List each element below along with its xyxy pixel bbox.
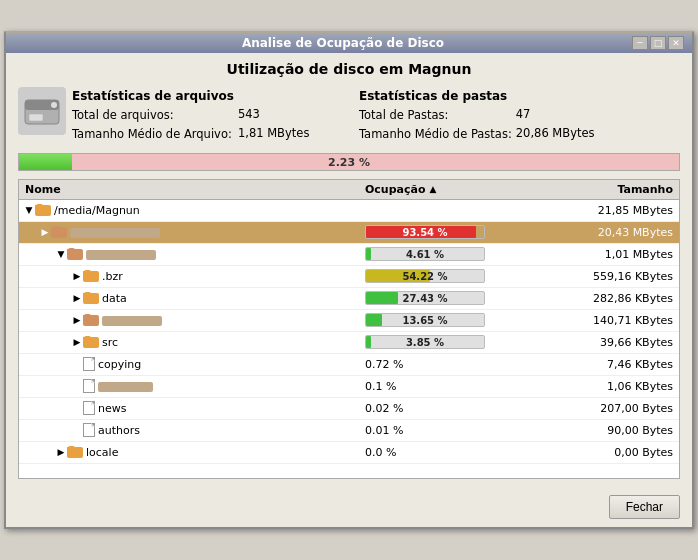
folder-icon [67, 248, 83, 260]
disk-usage-progress: 2.23 % [18, 153, 680, 171]
blurred-name [102, 316, 162, 326]
row-label [86, 248, 156, 261]
expand-icon[interactable]: ▼ [23, 205, 35, 215]
tree-row[interactable]: ▼4.61 %1,01 MBytes [19, 244, 679, 266]
stats-folders-total-value: 47 [516, 105, 595, 123]
cell-name: ▶ [19, 313, 359, 328]
stats-files-total-value: 543 [238, 105, 309, 123]
stats-folders-size-label: Tamanho Médio de Pastas: [359, 125, 512, 143]
footer: Fechar [6, 487, 692, 527]
col-header-name: Nome [19, 180, 359, 199]
cell-name: ▼/media/Magnun [19, 203, 359, 218]
stats-folders-size-value: 20,86 MBytes [516, 124, 595, 142]
cell-name: ▼ [19, 247, 359, 262]
minimize-button[interactable]: ─ [632, 36, 648, 50]
tree-row[interactable]: ▶data27.43 %282,86 KBytes [19, 288, 679, 310]
tree-row[interactable]: ▶13.65 %140,71 KBytes [19, 310, 679, 332]
cell-tamanho: 1,06 KBytes [539, 379, 679, 394]
cell-ocupacao: 54.22 % [359, 268, 539, 284]
cell-name: news [19, 400, 359, 416]
folder-icon [51, 226, 67, 238]
row-label [70, 226, 160, 239]
tree-row[interactable]: news0.02 %207,00 Bytes [19, 398, 679, 420]
window-controls: ─ □ ✕ [632, 36, 684, 50]
row-label: data [102, 292, 127, 305]
tree-row[interactable]: ▶src3.85 %39,66 KBytes [19, 332, 679, 354]
stats-files-size-label: Tamanho Médio de Arquivo: [72, 125, 234, 143]
expand-icon[interactable]: ▶ [39, 227, 51, 237]
usage-bar: 27.43 % [365, 291, 485, 305]
tree-row[interactable]: ▶93.54 %20,43 MBytes [19, 222, 679, 244]
cell-ocupacao: 27.43 % [359, 290, 539, 306]
disk-icon [18, 87, 66, 135]
file-icon [83, 379, 95, 393]
bar-label: 13.65 % [366, 315, 484, 326]
cell-ocupacao: 3.85 % [359, 334, 539, 350]
col-header-ocupacao: Ocupação ▲ [359, 180, 539, 199]
file-icon [83, 423, 95, 437]
usage-bar: 13.65 % [365, 313, 485, 327]
expand-icon[interactable]: ▶ [71, 315, 83, 325]
folder-icon [83, 314, 99, 326]
row-label: .bzr [102, 270, 123, 283]
expand-icon[interactable]: ▶ [71, 293, 83, 303]
cell-tamanho: 20,43 MBytes [539, 225, 679, 240]
bar-label: 27.43 % [366, 293, 484, 304]
stats-files-total-label: Total de arquivos: [72, 106, 234, 124]
file-icon [83, 357, 95, 371]
cell-name: copying [19, 356, 359, 372]
tree-row[interactable]: ▶locale0.0 %0,00 Bytes [19, 442, 679, 464]
tree-row[interactable]: ▼/media/Magnun21,85 MBytes [19, 200, 679, 222]
stats-files-header: Estatísticas de arquivos [72, 87, 234, 106]
pct-text: 0.72 % [365, 358, 403, 371]
cell-ocupacao: 93.54 % [359, 224, 539, 240]
row-label: authors [98, 424, 140, 437]
cell-ocupacao: 0.01 % [359, 423, 539, 438]
cell-name: ▶data [19, 291, 359, 306]
folder-icon [67, 446, 83, 458]
cell-ocupacao: 0.02 % [359, 401, 539, 416]
cell-name: ▶.bzr [19, 269, 359, 284]
row-label [102, 314, 162, 327]
cell-name: ▶src [19, 335, 359, 350]
close-button-fechar[interactable]: Fechar [609, 495, 680, 519]
cell-tamanho: 207,00 Bytes [539, 401, 679, 416]
folder-icon [83, 270, 99, 282]
expand-icon[interactable]: ▶ [55, 447, 67, 457]
tree-row[interactable]: ▶.bzr54.22 %559,16 KBytes [19, 266, 679, 288]
stats-folders-total-label: Total de Pastas: [359, 106, 512, 124]
pct-text: 0.1 % [365, 380, 396, 393]
page-title: Utilização de disco em Magnun [18, 61, 680, 77]
expand-icon[interactable]: ▶ [71, 271, 83, 281]
col-header-tamanho: Tamanho [539, 180, 679, 199]
cell-ocupacao: 13.65 % [359, 312, 539, 328]
stats-files-group: Estatísticas de arquivos Total de arquiv… [18, 87, 339, 143]
cell-ocupacao: 4.61 % [359, 246, 539, 262]
cell-tamanho: 0,00 Bytes [539, 445, 679, 460]
tree-row[interactable]: 0.1 %1,06 KBytes [19, 376, 679, 398]
cell-name: authors [19, 422, 359, 438]
tree-row[interactable]: authors0.01 %90,00 Bytes [19, 420, 679, 442]
close-button[interactable]: ✕ [668, 36, 684, 50]
main-content: Utilização de disco em Magnun Estatístic… [6, 53, 692, 487]
blurred-name [70, 228, 160, 238]
progress-label: 2.23 % [328, 155, 370, 168]
folder-icon [83, 292, 99, 304]
tree-header: Nome Ocupação ▲ Tamanho [19, 180, 679, 200]
file-icon [83, 401, 95, 415]
cell-name: ▶ [19, 225, 359, 240]
svg-rect-3 [29, 114, 43, 121]
usage-bar: 3.85 % [365, 335, 485, 349]
svg-point-2 [51, 102, 57, 108]
tree-row[interactable]: copying0.72 %7,46 KBytes [19, 354, 679, 376]
maximize-button[interactable]: □ [650, 36, 666, 50]
expand-icon[interactable]: ▼ [55, 249, 67, 259]
bar-label: 3.85 % [366, 337, 484, 348]
bar-label: 4.61 % [366, 249, 484, 260]
row-label: /media/Magnun [54, 204, 140, 217]
expand-icon[interactable]: ▶ [71, 337, 83, 347]
file-tree[interactable]: Nome Ocupação ▲ Tamanho ▼/media/Magnun21… [18, 179, 680, 479]
cell-name [19, 378, 359, 394]
stats-section: Estatísticas de arquivos Total de arquiv… [18, 87, 680, 143]
sort-arrow-icon: ▲ [430, 184, 437, 194]
